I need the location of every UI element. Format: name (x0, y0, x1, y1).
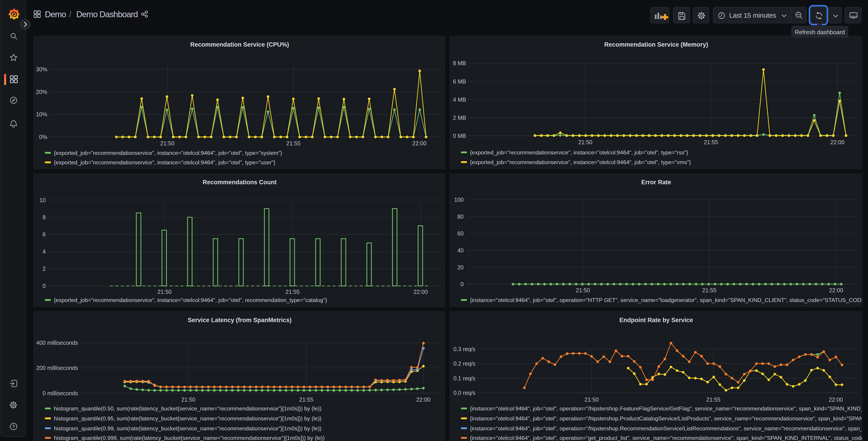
svg-text:80: 80 (457, 213, 464, 220)
svg-text:21:50: 21:50 (181, 396, 195, 403)
svg-text:21:55: 21:55 (706, 396, 720, 403)
svg-text:{instance="otelcol:9464", job=: {instance="otelcol:9464", job="otel", op… (470, 297, 862, 303)
svg-text:8 MB: 8 MB (453, 60, 466, 66)
svg-text:22:00: 22:00 (416, 396, 431, 403)
svg-text:0.0 req/s: 0.0 req/s (454, 390, 475, 396)
svg-text:0: 0 (42, 283, 46, 289)
svg-text:21:50: 21:50 (157, 289, 172, 295)
svg-text:60: 60 (457, 230, 464, 237)
svg-text:10%: 10% (36, 111, 47, 117)
svg-text:2 MB: 2 MB (453, 115, 466, 121)
svg-text:0.3 req/s: 0.3 req/s (454, 346, 475, 352)
svg-text:6 MB: 6 MB (453, 78, 466, 85)
svg-text:?: ? (12, 424, 15, 429)
svg-text:400 milliseconds: 400 milliseconds (36, 340, 78, 346)
svg-text:21:50: 21:50 (585, 396, 599, 403)
svg-text:22:00: 22:00 (414, 289, 428, 295)
svg-text:Recommendation Service (Memory: Recommendation Service (Memory) (604, 41, 708, 48)
svg-text:Error Rate: Error Rate (641, 179, 671, 186)
svg-text:21:50: 21:50 (576, 287, 590, 293)
svg-text:200 milliseconds: 200 milliseconds (36, 365, 78, 371)
svg-text:100: 100 (454, 197, 464, 203)
svg-text:6: 6 (42, 231, 46, 237)
svg-text:21:50: 21:50 (578, 139, 592, 145)
svg-text:20: 20 (457, 264, 464, 270)
svg-text:0.2 req/s: 0.2 req/s (454, 360, 475, 367)
svg-text:{instance="otelcol:9464", job=: {instance="otelcol:9464", job="otel", op… (470, 406, 862, 412)
svg-text:Endpoint Rate by Service: Endpoint Rate by Service (619, 317, 693, 324)
svg-text:{exported_job="recommendations: {exported_job="recommendationservice", i… (470, 149, 688, 155)
svg-text:21:55: 21:55 (702, 287, 717, 293)
svg-text:20%: 20% (36, 89, 47, 95)
svg-text:21:55: 21:55 (286, 140, 301, 146)
svg-text:histogram_quantile(0.95, sum(r: histogram_quantile(0.95, sum(rate(latenc… (54, 415, 321, 421)
svg-text:Recommendations Count: Recommendations Count (203, 179, 277, 186)
svg-text:10: 10 (39, 197, 46, 203)
svg-text:4 MB: 4 MB (453, 96, 466, 103)
svg-text:Recommendation Service (CPU%): Recommendation Service (CPU%) (190, 41, 289, 48)
svg-text:0%: 0% (39, 134, 47, 140)
svg-text:40: 40 (457, 247, 464, 254)
svg-text:4: 4 (42, 248, 46, 255)
svg-text:0.1 req/s: 0.1 req/s (454, 375, 475, 381)
svg-text:{exported_job="recommendations: {exported_job="recommendationservice", i… (54, 150, 282, 156)
svg-text:{exported_job="recommendations: {exported_job="recommendationservice", i… (470, 159, 691, 165)
svg-text:{exported_job="recommendations: {exported_job="recommendationservice", i… (54, 297, 327, 303)
svg-text:21:55: 21:55 (299, 396, 313, 403)
svg-text:22:00: 22:00 (829, 287, 843, 293)
svg-text:0 milliseconds: 0 milliseconds (42, 390, 78, 396)
svg-text:22:00: 22:00 (829, 396, 843, 403)
svg-text:histogram_quantile(0.999, sum(: histogram_quantile(0.999, sum(rate(laten… (54, 435, 324, 441)
svg-text:8: 8 (42, 214, 46, 220)
svg-text:{instance="otelcol:9464", job=: {instance="otelcol:9464", job="otel", op… (470, 435, 862, 441)
svg-text:2: 2 (42, 266, 46, 272)
svg-text:{exported_job="recommendations: {exported_job="recommendationservice", i… (54, 159, 275, 166)
svg-text:histogram_quantile(0.99, sum(r: histogram_quantile(0.99, sum(rate(latenc… (54, 425, 321, 432)
svg-text:{instance="otelcol:9464", job=: {instance="otelcol:9464", job="otel", op… (470, 415, 862, 421)
svg-text:21:55: 21:55 (285, 289, 300, 295)
svg-text:22:00: 22:00 (412, 140, 427, 146)
svg-text:{instance="otelcol:9464", job=: {instance="otelcol:9464", job="otel", op… (470, 425, 862, 432)
svg-text:0: 0 (461, 281, 464, 287)
svg-text:Service Latency (from SpanMetr: Service Latency (from SpanMetrics) (188, 317, 291, 324)
svg-text:21:55: 21:55 (704, 139, 718, 145)
svg-text:30%: 30% (36, 66, 47, 72)
svg-text:histogram_quantile(0.50, sum(r: histogram_quantile(0.50, sum(rate(latenc… (54, 406, 321, 412)
svg-text:21:50: 21:50 (160, 140, 175, 146)
svg-text:22:00: 22:00 (831, 139, 845, 145)
svg-text:0 MB: 0 MB (453, 133, 466, 139)
